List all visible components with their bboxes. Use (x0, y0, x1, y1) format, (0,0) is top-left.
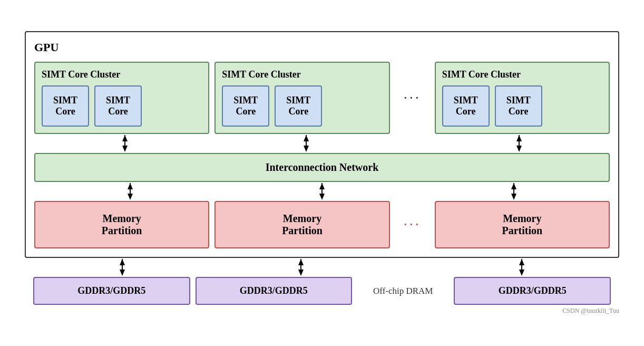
memory-partition-1: MemoryPartition (34, 201, 209, 248)
simt-cluster-2: SIMT Core Cluster SIMTCore SIMTCore (214, 62, 389, 134)
arrow-gddr-3 (432, 259, 611, 276)
svg-marker-13 (319, 194, 325, 200)
arrow-cluster-3 (428, 135, 610, 152)
svg-marker-26 (519, 259, 524, 265)
memory-partition-2: MemoryPartition (214, 201, 389, 248)
gpu-label: GPU (34, 41, 610, 54)
arrow-mp-2 (316, 183, 328, 200)
arrow-mp-3 (508, 183, 520, 200)
gddr-box-3: GDDR3/GDDR5 (454, 277, 611, 305)
svg-marker-7 (516, 146, 522, 152)
cluster-dots: ··· (395, 90, 430, 107)
svg-marker-5 (304, 135, 309, 141)
svg-marker-1 (122, 146, 128, 152)
simt-cluster-1: SIMT Core Cluster SIMTCore SIMTCore (34, 62, 209, 134)
arrow-mp-1 (124, 183, 136, 200)
svg-marker-10 (128, 194, 133, 200)
simt-core-2-1: SIMTCore (222, 85, 269, 127)
cluster-3-label: SIMT Core Cluster (442, 69, 521, 80)
clusters-row: SIMT Core Cluster SIMTCore SIMTCore SIMT… (34, 62, 610, 134)
gddr-box-2: GDDR3/GDDR5 (196, 277, 353, 305)
svg-marker-19 (120, 270, 125, 276)
gddr-row: GDDR3/GDDR5 GDDR3/GDDR5 Off-chip DRAM GD… (25, 277, 619, 305)
svg-marker-11 (128, 183, 133, 189)
cluster-2-cores: SIMTCore SIMTCore (222, 85, 322, 127)
cluster-2-label: SIMT Core Cluster (222, 69, 300, 80)
simt-core-2-2: SIMTCore (275, 85, 322, 127)
svg-marker-17 (511, 183, 516, 189)
memory-row: MemoryPartition MemoryPartition ··· Memo… (34, 201, 610, 248)
watermark: CSDN @tuuzkiii_Tuu (25, 307, 619, 315)
cluster-1-cores: SIMTCore SIMTCore (42, 85, 142, 127)
svg-marker-14 (319, 183, 325, 189)
memory-partition-3: MemoryPartition (435, 201, 610, 248)
svg-marker-20 (120, 259, 125, 265)
bottom-arrows-row (25, 259, 619, 276)
cluster-3-cores: SIMTCore SIMTCore (442, 85, 542, 127)
svg-marker-23 (298, 259, 304, 265)
interconnect-box: Interconnection Network (34, 153, 610, 182)
gpu-box: GPU SIMT Core Cluster SIMTCore SIMTCore … (25, 31, 619, 258)
simt-core-1-1: SIMTCore (42, 85, 89, 127)
svg-marker-22 (298, 270, 304, 276)
svg-marker-8 (516, 135, 522, 141)
gddr-box-1: GDDR3/GDDR5 (33, 277, 190, 305)
top-arrows-row (34, 135, 610, 152)
diagram-container: GPU SIMT Core Cluster SIMTCore SIMTCore … (16, 23, 628, 323)
svg-marker-2 (122, 135, 128, 141)
simt-core-1-2: SIMTCore (94, 85, 142, 127)
arrow-cluster-2 (216, 135, 397, 152)
off-chip-label: Off-chip DRAM (357, 286, 448, 296)
arrow-gddr-2 (212, 259, 391, 276)
simt-core-3-2: SIMTCore (495, 85, 542, 127)
simt-core-3-1: SIMTCore (442, 85, 490, 127)
cluster-1-label: SIMT Core Cluster (42, 69, 120, 80)
arrow-cluster-1 (34, 135, 216, 152)
svg-marker-25 (519, 270, 524, 276)
mid-arrows-row (34, 183, 610, 200)
memory-dots: ··· (395, 216, 430, 233)
svg-marker-16 (511, 194, 516, 200)
svg-marker-4 (304, 146, 309, 152)
simt-cluster-3: SIMT Core Cluster SIMTCore SIMTCore (435, 62, 610, 134)
arrow-gddr-1 (33, 259, 212, 276)
